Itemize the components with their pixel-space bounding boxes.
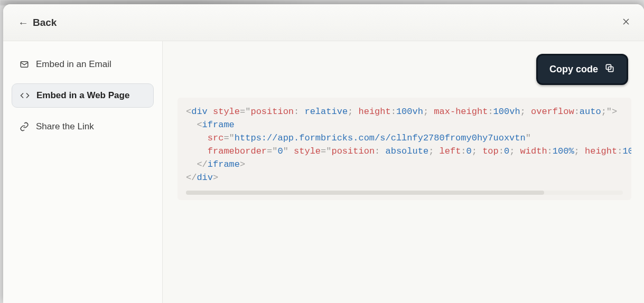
scrollbar-thumb[interactable] [186,191,544,195]
back-button[interactable]: ← Back [18,17,57,29]
mail-icon [19,59,30,70]
close-icon [622,17,630,28]
content-pane: Copy code <div style="position: relative… [163,41,644,303]
sidebar-item-label: Embed in an Email [36,59,111,70]
horizontal-scrollbar[interactable] [186,191,623,195]
code-icon [20,90,30,101]
arrow-left-icon: ← [18,17,29,28]
content-toolbar: Copy code [178,54,631,85]
link-icon [19,121,30,132]
close-button[interactable] [620,16,632,29]
copy-code-button[interactable]: Copy code [536,54,628,85]
sidebar-item-label: Share the Link [36,121,94,132]
sidebar: Embed in an Email Embed in a Web Page Sh… [3,41,163,303]
sidebar-item-label: Embed in a Web Page [36,90,129,101]
code-panel: <div style="position: relative; height:1… [178,98,631,200]
modal-body: Embed in an Email Embed in a Web Page Sh… [3,41,644,303]
sidebar-item-email[interactable]: Embed in an Email [12,53,154,76]
sidebar-item-web[interactable]: Embed in a Web Page [12,83,154,108]
share-modal: ← Back Embed in an Email Embed in a Web … [3,4,644,303]
code-scroll[interactable]: <div style="position: relative; height:1… [178,105,631,188]
sidebar-item-link[interactable]: Share the Link [12,115,154,138]
copy-code-label: Copy code [549,64,598,75]
modal-header: ← Back [3,4,644,41]
back-label: Back [33,17,57,29]
copy-icon [604,63,615,76]
code-block: <div style="position: relative; height:1… [186,105,623,184]
